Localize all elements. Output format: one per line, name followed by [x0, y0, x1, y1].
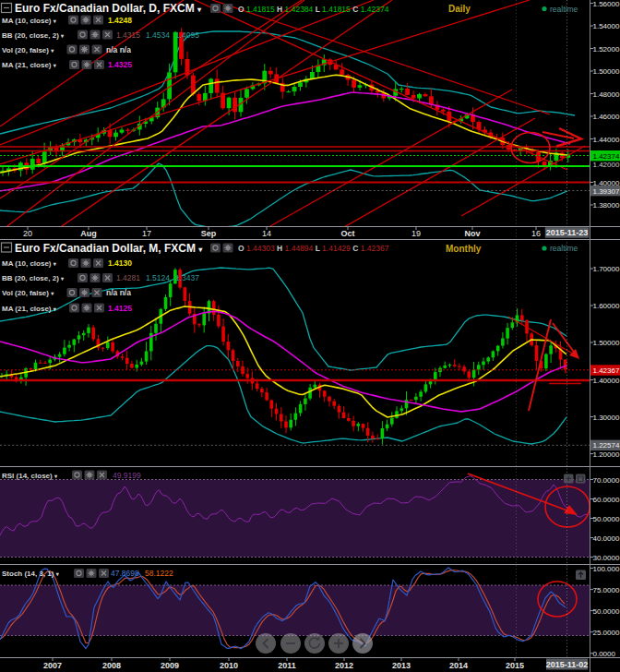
svg-text:70.0000: 70.0000 [593, 476, 620, 485]
svg-text:1.42000: 1.42000 [593, 161, 620, 169]
svg-text:1.4095: 1.4095 [175, 30, 199, 40]
svg-text:40.0000: 40.0000 [593, 534, 620, 543]
svg-text:1.5124: 1.5124 [146, 273, 170, 282]
svg-text:1.20000: 1.20000 [593, 450, 620, 459]
svg-text:2015-11-23: 2015-11-23 [546, 228, 589, 237]
svg-text:2008: 2008 [102, 661, 121, 670]
svg-text:Daily: Daily [448, 4, 471, 14]
svg-text:n/a n/a: n/a n/a [106, 45, 131, 54]
svg-text:50.0000: 50.0000 [593, 515, 620, 523]
svg-text:1.4281: 1.4281 [116, 273, 140, 282]
svg-text:1.30000: 1.30000 [593, 414, 620, 422]
svg-text:1.4315: 1.4315 [116, 30, 140, 40]
svg-text:Sep: Sep [201, 229, 217, 238]
svg-text:49.9199: 49.9199 [113, 471, 141, 480]
svg-text:1.4325: 1.4325 [108, 60, 132, 69]
svg-text:realtime: realtime [550, 244, 578, 253]
svg-text:Nov: Nov [464, 229, 480, 238]
svg-text:19: 19 [411, 229, 421, 238]
svg-text:MA (10, close) ▾: MA (10, close) ▾ [2, 17, 57, 25]
svg-text:realtime: realtime [550, 5, 578, 14]
svg-text:Monthly: Monthly [446, 244, 482, 254]
svg-text:1.50000: 1.50000 [593, 339, 620, 347]
svg-text:2011: 2011 [278, 661, 296, 670]
svg-text:1.42367: 1.42367 [593, 366, 620, 375]
svg-text:2007: 2007 [43, 661, 62, 670]
svg-text:BB (20, close, 2) ▾: BB (20, close, 2) ▾ [2, 31, 65, 40]
svg-text:1.44000: 1.44000 [593, 136, 620, 144]
svg-text:20: 20 [23, 229, 32, 238]
svg-text:1.46000: 1.46000 [593, 113, 620, 121]
svg-text:Aug: Aug [80, 229, 97, 238]
svg-text:1.38000: 1.38000 [593, 201, 620, 210]
svg-text:Oct: Oct [340, 229, 354, 238]
svg-text:MA (21, close) ▾: MA (21, close) ▾ [2, 61, 57, 69]
svg-text:17: 17 [142, 229, 151, 238]
svg-text:58.1222: 58.1222 [145, 569, 173, 578]
svg-text:O 1.44303 H 1.44894 L 1.41429: O 1.44303 H 1.44894 L 1.41429 C 1.42367 [238, 244, 389, 253]
svg-text:1.52000: 1.52000 [593, 45, 620, 54]
svg-text:1.56000: 1.56000 [593, 0, 620, 8]
svg-text:1.22574: 1.22574 [593, 441, 620, 450]
svg-text:RSI (14, close) ▾: RSI (14, close) ▾ [2, 472, 58, 480]
svg-text:0.0000: 0.0000 [593, 650, 616, 658]
svg-text:MA (10, close) ▾: MA (10, close) ▾ [2, 259, 57, 268]
svg-text:Stoch (14, 3, 1) ▾: Stoch (14, 3, 1) ▾ [2, 570, 60, 578]
svg-text:MA (21, close) ▾: MA (21, close) ▾ [2, 305, 57, 313]
svg-text:BB (20, close, 2) ▾: BB (20, close, 2) ▾ [2, 274, 65, 282]
svg-text:O 1.41815 H 1.42384 L 1.41815: O 1.41815 H 1.42384 L 1.41815 C 1.42374 [238, 5, 389, 14]
svg-text:25.0000: 25.0000 [593, 629, 620, 637]
svg-text:1.3437: 1.3437 [175, 273, 199, 282]
svg-text:2010: 2010 [220, 661, 238, 670]
svg-text:2012: 2012 [335, 661, 353, 670]
svg-text:2014: 2014 [449, 661, 468, 670]
svg-text:Vol (20, false) ▾: Vol (20, false) ▾ [2, 46, 54, 54]
svg-text:2013: 2013 [392, 661, 411, 670]
svg-text:2015-11-02: 2015-11-02 [546, 660, 589, 669]
svg-text:47.8698: 47.8698 [111, 569, 139, 578]
svg-text:1.42374: 1.42374 [593, 152, 620, 161]
svg-text:1.40000: 1.40000 [593, 377, 620, 385]
svg-text:2009: 2009 [161, 661, 179, 670]
svg-text:60.0000: 60.0000 [593, 496, 620, 504]
svg-text:n/a n/a: n/a n/a [106, 288, 131, 297]
svg-text:75.0000: 75.0000 [593, 586, 620, 594]
svg-text:Euro Fx/Canadian Dollar, D, FX: Euro Fx/Canadian Dollar, D, FXCM ▾ [15, 2, 202, 15]
svg-text:1.39307: 1.39307 [593, 187, 620, 196]
svg-text:50.0000: 50.0000 [593, 607, 620, 616]
svg-text:30.0000: 30.0000 [593, 554, 620, 562]
svg-text:1.4534: 1.4534 [146, 30, 170, 40]
svg-text:1.50000: 1.50000 [593, 67, 620, 76]
svg-text:16: 16 [531, 229, 541, 238]
svg-text:1.60000: 1.60000 [593, 302, 620, 310]
svg-text:Euro Fx/Canadian Dollar, M, FX: Euro Fx/Canadian Dollar, M, FXCM ▾ [15, 242, 203, 255]
svg-text:1.54000: 1.54000 [593, 22, 620, 30]
svg-text:1.70000: 1.70000 [593, 265, 620, 273]
svg-text:2015: 2015 [506, 661, 524, 670]
svg-text:100.000: 100.000 [593, 565, 620, 573]
svg-text:Vol (20, false) ▾: Vol (20, false) ▾ [2, 289, 54, 297]
svg-text:1.4130: 1.4130 [108, 258, 132, 268]
svg-text:1.48000: 1.48000 [593, 90, 620, 99]
svg-text:14: 14 [262, 229, 271, 238]
svg-text:1.4125: 1.4125 [108, 304, 132, 313]
svg-text:1.4248: 1.4248 [108, 16, 132, 25]
